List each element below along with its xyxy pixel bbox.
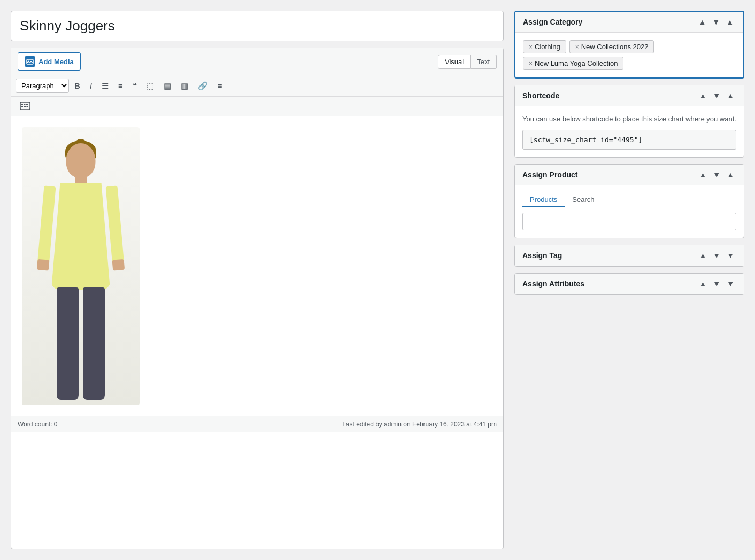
legs: [57, 287, 105, 400]
shortcode-value[interactable]: [scfw_size_chart id="4495"]: [522, 130, 736, 150]
arm-left: [37, 185, 56, 266]
ordered-list-button[interactable]: ≡: [114, 79, 127, 92]
keyboard-shortcut-button[interactable]: [16, 99, 35, 114]
tag-new-collections-label: New Collections 2022: [581, 43, 649, 51]
format-toolbar-row2: [11, 97, 503, 116]
assign-product-header: Assign Product ▲ ▼ ▲: [515, 165, 744, 185]
tag-new-collections-2022: × New Collections 2022: [569, 40, 654, 53]
assign-tag-down-button[interactable]: ▼: [711, 251, 722, 260]
panel-controls: ▲ ▼ ▲: [696, 17, 736, 27]
person-figure: [33, 133, 129, 400]
shortcode-header: Shortcode ▲ ▼ ▲: [515, 85, 744, 106]
assign-product-title: Assign Product: [522, 170, 577, 179]
word-count: Word count: 0: [18, 421, 57, 428]
format-toolbar: Paragraph B I ☰ ≡ ❝ ⬚ ▤ ▥ 🔗 ≡: [11, 75, 503, 97]
product-image: [22, 127, 140, 405]
assign-product-controls: ▲ ▼ ▲: [697, 170, 736, 180]
editor-content[interactable]: [11, 116, 503, 416]
tab-search[interactable]: Search: [565, 193, 602, 207]
paragraph-select[interactable]: Paragraph: [16, 79, 69, 93]
shortcode-panel: Shortcode ▲ ▼ ▲ You can use below shortc…: [514, 85, 744, 158]
tag-luma-yoga-label: New Luma Yoga Collection: [535, 59, 618, 67]
editor-container: Add Media Visual Text Paragraph B I ☰ ≡ …: [11, 48, 504, 549]
product-search-input[interactable]: [522, 213, 736, 230]
italic-button[interactable]: I: [86, 79, 96, 92]
last-edited: Last edited by admin on February 16, 202…: [342, 421, 497, 428]
blockquote-button[interactable]: ❝: [128, 79, 141, 92]
view-tabs: Visual Text: [438, 55, 497, 69]
assign-product-up-button[interactable]: ▲: [697, 170, 708, 180]
align-left-button[interactable]: ⬚: [142, 79, 158, 92]
post-title-input[interactable]: [11, 11, 504, 41]
assign-product-collapse-button[interactable]: ▲: [725, 170, 736, 180]
assign-attributes-down-button[interactable]: ▼: [711, 279, 722, 289]
shortcode-title: Shortcode: [522, 91, 559, 100]
more-options-button[interactable]: ≡: [213, 79, 227, 92]
remove-tag-clothing[interactable]: ×: [529, 44, 533, 50]
hand-right: [112, 259, 125, 271]
svg-rect-7: [24, 106, 27, 107]
leg-left: [57, 287, 79, 400]
align-center-button[interactable]: ▤: [159, 79, 175, 92]
assign-attributes-controls: ▲ ▼ ▼: [697, 279, 736, 289]
svg-rect-4: [24, 104, 26, 105]
shortcode-body: You can use below shortcode to place thi…: [515, 106, 744, 157]
assign-product-down-button[interactable]: ▼: [711, 170, 722, 180]
tab-products[interactable]: Products: [522, 193, 565, 207]
editor-top-bar: Add Media Visual Text: [11, 48, 503, 75]
remove-tag-new-collections[interactable]: ×: [575, 44, 579, 50]
add-media-button[interactable]: Add Media: [18, 52, 81, 71]
assign-tag-collapse-button[interactable]: ▼: [725, 251, 736, 260]
tab-text[interactable]: Text: [471, 55, 497, 69]
remove-tag-luma-yoga[interactable]: ×: [529, 60, 533, 67]
arm-right: [106, 185, 125, 266]
assign-attributes-title: Assign Attributes: [522, 279, 584, 288]
align-right-button[interactable]: ▥: [176, 79, 192, 92]
editor-statusbar: Word count: 0 Last edited by admin on Fe…: [11, 416, 503, 432]
assign-tag-title: Assign Tag: [522, 251, 562, 260]
media-icon: [25, 56, 35, 67]
assign-attributes-up-button[interactable]: ▲: [697, 279, 708, 289]
shortcode-description: You can use below shortcode to place thi…: [522, 114, 736, 125]
assign-tag-panel: Assign Tag ▲ ▼ ▼: [514, 245, 744, 267]
category-tags: × Clothing × New Collections 2022 × New …: [523, 40, 736, 70]
svg-rect-8: [27, 106, 28, 107]
tag-new-luma-yoga: × New Luma Yoga Collection: [523, 57, 623, 70]
bold-button[interactable]: B: [70, 79, 84, 92]
shortcode-down-button[interactable]: ▼: [711, 91, 722, 100]
shortcode-up-button[interactable]: ▲: [697, 91, 708, 100]
assign-category-body: × Clothing × New Collections 2022 × New …: [515, 33, 743, 77]
svg-rect-3: [21, 104, 23, 105]
product-tabs: Products Search: [522, 193, 736, 207]
add-media-label: Add Media: [38, 58, 74, 66]
assign-attributes-header: Assign Attributes ▲ ▼ ▼: [515, 274, 744, 294]
assign-product-panel: Assign Product ▲ ▼ ▲ Products Search: [514, 164, 744, 238]
link-button[interactable]: 🔗: [194, 79, 212, 92]
unordered-list-button[interactable]: ☰: [97, 79, 113, 92]
assign-category-header: Assign Category ▲ ▼ ▲: [515, 12, 743, 33]
assign-tag-controls: ▲ ▼ ▼: [697, 251, 736, 260]
panel-up-button[interactable]: ▲: [696, 17, 708, 27]
assign-tag-header: Assign Tag ▲ ▼ ▼: [515, 245, 744, 266]
assign-category-panel: Assign Category ▲ ▼ ▲ × Clothing × New C…: [514, 11, 744, 79]
torso: [51, 183, 110, 290]
head: [66, 143, 96, 178]
hand-left: [37, 259, 50, 271]
panel-down-button[interactable]: ▼: [710, 17, 722, 27]
svg-rect-6: [21, 106, 23, 107]
svg-rect-5: [26, 104, 28, 105]
shortcode-collapse-button[interactable]: ▲: [725, 91, 736, 100]
leg-right: [83, 287, 105, 400]
assign-product-body: Products Search: [515, 185, 744, 238]
panel-collapse-button[interactable]: ▲: [724, 17, 736, 27]
assign-attributes-panel: Assign Attributes ▲ ▼ ▼: [514, 273, 744, 295]
tag-clothing-label: Clothing: [535, 43, 560, 51]
assign-category-title: Assign Category: [523, 18, 582, 26]
tag-clothing: × Clothing: [523, 40, 566, 53]
shortcode-controls: ▲ ▼ ▲: [697, 91, 736, 100]
assign-tag-up-button[interactable]: ▲: [697, 251, 708, 260]
tab-visual[interactable]: Visual: [438, 55, 471, 69]
assign-attributes-collapse-button[interactable]: ▼: [725, 279, 736, 289]
